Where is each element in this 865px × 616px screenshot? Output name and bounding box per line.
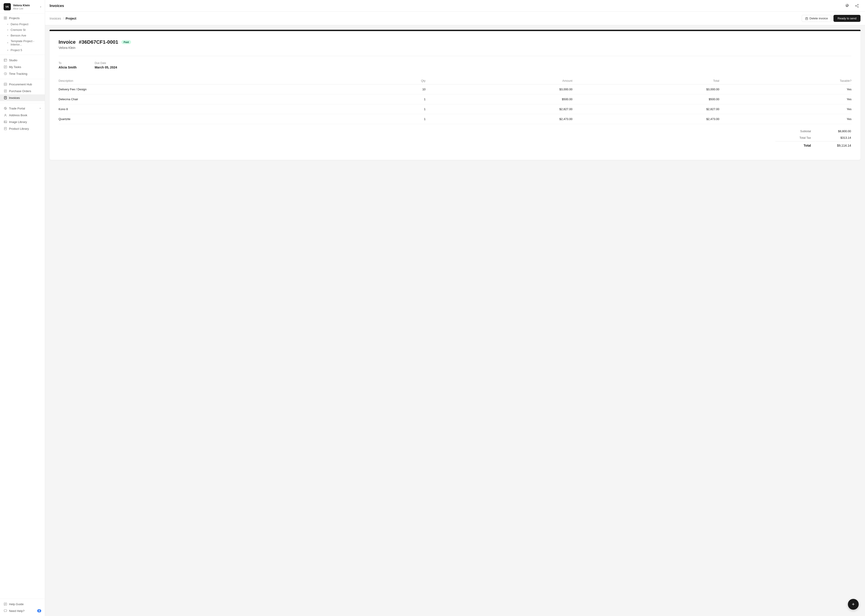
ready-to-send-button[interactable]: Ready to send <box>834 15 860 22</box>
subtotal-value: $8,800.00 <box>816 128 851 134</box>
svg-rect-14 <box>4 83 7 86</box>
projects-label: Projects <box>9 16 20 20</box>
item-total: $2,473.00 <box>572 114 719 124</box>
svg-rect-0 <box>4 17 5 18</box>
invoice-to: To Alicia Smith <box>58 61 77 69</box>
sidebar: VK Velora Klein Alice Lee ▾ Projects ▾ D… <box>0 0 45 616</box>
item-amount: $2,827.00 <box>426 104 572 114</box>
fab-button[interactable]: + <box>848 599 859 610</box>
sidebar-item-project-5[interactable]: ▾ Project 5 <box>0 47 45 53</box>
divider <box>0 103 45 103</box>
invoice-due-date: Due Date March 05, 2024 <box>94 61 117 69</box>
chat-icon <box>4 609 7 613</box>
item-amount: $2,473.00 <box>426 114 572 124</box>
item-description: Kono 8 <box>58 104 374 114</box>
item-taxable: Yes <box>719 85 851 94</box>
table-row: Quartzite 1 $2,473.00 $2,473.00 Yes <box>58 114 851 124</box>
sidebar-item-need-help[interactable]: Need Help? 4 <box>0 607 45 614</box>
item-taxable: Yes <box>719 104 851 114</box>
invoice-meta: To Alicia Smith Due Date March 05, 2024 <box>58 61 851 69</box>
sidebar-item-template-project[interactable]: ▾ Template Project - Interior... <box>0 38 45 47</box>
help-guide-icon <box>4 602 7 606</box>
chevron-down-icon: ▾ <box>7 42 8 44</box>
invoice-label: Invoice <box>58 39 76 45</box>
sidebar-item-studio[interactable]: Studio <box>0 57 45 63</box>
tax-label: Total Tax <box>775 135 815 141</box>
chevron-down-icon: ▾ <box>7 23 8 25</box>
chevron-down-icon: ▾ <box>7 49 8 51</box>
col-qty: Qty <box>374 77 426 85</box>
main-content: Invoices <box>45 0 865 616</box>
item-amount: $3,000.00 <box>426 85 572 94</box>
user-menu[interactable]: VK Velora Klein Alice Lee ▾ <box>0 0 45 14</box>
sidebar-item-procurement-hub[interactable]: Procurement Hub <box>0 81 45 88</box>
sidebar-item-help-guide[interactable]: Help Guide <box>0 601 45 607</box>
projects-section: Projects ▾ Demo Project ▾ Cremore St ▾ B… <box>0 14 45 54</box>
sidebar-item-projects[interactable]: Projects <box>0 15 45 21</box>
clock-icon <box>4 72 7 75</box>
sidebar-item-cremore-st[interactable]: ▾ Cremore St <box>0 27 45 33</box>
share-button[interactable] <box>853 2 860 9</box>
svg-rect-1 <box>6 17 7 18</box>
invoice-table-body: Delivery Fee / Design 10 $3,000.00 $3,00… <box>58 85 851 124</box>
delete-invoice-button[interactable]: Delete invoice <box>802 15 832 22</box>
svg-point-37 <box>846 5 848 6</box>
total-value: $9,114.14 <box>816 141 851 149</box>
sidebar-item-image-library[interactable]: Image Library <box>0 118 45 125</box>
sidebar-item-my-tasks[interactable]: My Tasks <box>0 63 45 70</box>
sidebar-item-product-library[interactable]: Product Library <box>0 125 45 132</box>
chevron-down-icon: ▾ <box>40 6 41 8</box>
chevron-down-icon: ▾ <box>7 29 8 31</box>
totals-table: Subtotal $8,800.00 Total Tax $313.14 Tot… <box>775 128 851 149</box>
tax-row: Total Tax $313.14 <box>775 135 851 141</box>
invoice-number: #36D67CF1-0001 <box>79 39 118 45</box>
need-help-badge: 4 <box>37 609 41 612</box>
item-qty: 10 <box>374 85 426 94</box>
topbar-actions <box>843 2 860 9</box>
svg-rect-2 <box>4 18 5 19</box>
invoice-table: Description Qty Amount Total Taxable? De… <box>58 77 851 124</box>
invoice-table-header: Description Qty Amount Total Taxable? <box>58 77 851 85</box>
item-qty: 1 <box>374 94 426 104</box>
table-row: Delivery Fee / Design 10 $3,000.00 $3,00… <box>58 85 851 94</box>
total-label: Total <box>775 141 815 149</box>
breadcrumb-current: Project <box>66 17 76 20</box>
product-library-icon <box>4 127 7 130</box>
sidebar-item-benson-ave[interactable]: ▾ Benson Ave <box>0 33 45 38</box>
item-total: $3,000.00 <box>572 85 719 94</box>
breadcrumb-invoices[interactable]: Invoices <box>50 17 61 20</box>
purchase-orders-icon <box>4 89 7 93</box>
to-value: Alicia Smith <box>58 66 77 69</box>
svg-point-15 <box>5 83 6 85</box>
item-taxable: Yes <box>719 114 851 124</box>
item-total: $2,827.00 <box>572 104 719 114</box>
item-taxable: Yes <box>719 94 851 104</box>
sidebar-item-invoices[interactable]: Invoices <box>0 94 45 101</box>
sidebar-item-purchase-orders[interactable]: Purchase Orders <box>0 88 45 94</box>
divider <box>0 55 45 55</box>
sidebar-item-demo-project[interactable]: ▾ Demo Project <box>0 21 45 27</box>
sidebar-item-trade-portal[interactable]: Trade Portal ▾ <box>0 105 45 112</box>
subtotal-row: Subtotal $8,800.00 <box>775 128 851 134</box>
total-row: Total $9,114.14 <box>775 141 851 149</box>
sidebar-item-time-tracking[interactable]: Time Tracking <box>0 70 45 77</box>
item-qty: 1 <box>374 114 426 124</box>
invoices-icon <box>4 96 7 99</box>
invoice-header: Invoice #36D67CF1-0001 Paid <box>58 39 851 45</box>
breadcrumb-separator: / <box>63 17 64 20</box>
invoice-area: Invoice #36D67CF1-0001 Paid Velora Klein… <box>45 25 865 164</box>
col-taxable: Taxable? <box>719 77 851 85</box>
address-book-icon <box>4 113 7 117</box>
sidebar-bottom: Help Guide Need Help? 4 <box>0 599 45 616</box>
settings-button[interactable] <box>843 2 851 9</box>
page-header: Invoices / Project Delete invoice Ready … <box>45 12 865 25</box>
svg-line-42 <box>856 6 857 7</box>
trade-icon <box>4 107 7 110</box>
sidebar-item-address-book[interactable]: Address Book <box>0 112 45 118</box>
invoice-client-name: Velora Klein <box>58 46 851 50</box>
procurement-icon <box>4 82 7 86</box>
invoice-divider <box>58 56 851 56</box>
item-total: $500.00 <box>572 94 719 104</box>
tasks-icon <box>4 65 7 69</box>
item-description: Quartzite <box>58 114 374 124</box>
